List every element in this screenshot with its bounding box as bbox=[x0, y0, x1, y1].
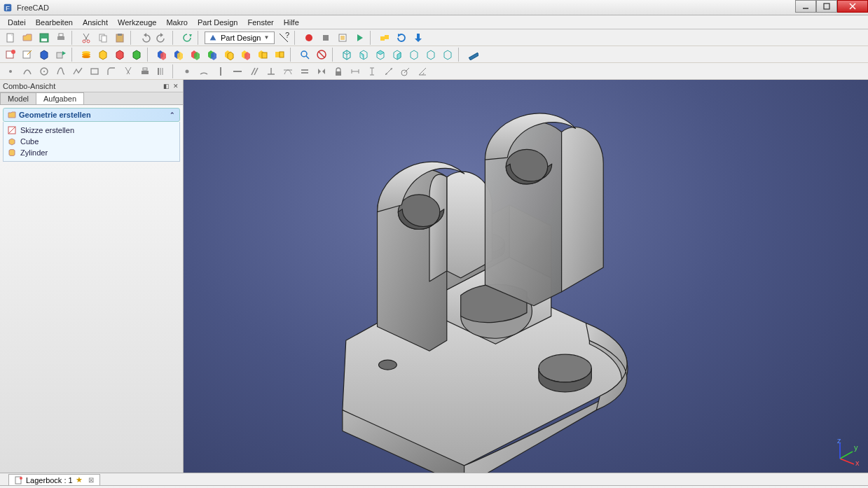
dim-vert-icon[interactable] bbox=[364, 64, 380, 79]
macro-play-icon[interactable] bbox=[352, 30, 367, 46]
dim-angle-icon[interactable] bbox=[415, 64, 430, 79]
print-icon[interactable] bbox=[53, 30, 69, 46]
bool8-icon[interactable] bbox=[272, 47, 287, 62]
con-parallel-icon[interactable] bbox=[247, 64, 262, 79]
sk-trim-icon[interactable] bbox=[120, 64, 136, 79]
sk-extend-icon[interactable] bbox=[154, 64, 170, 79]
close-tab-icon[interactable]: ⊠ bbox=[88, 476, 94, 484]
sk-circle-icon[interactable] bbox=[36, 64, 52, 79]
sk-line-icon[interactable] bbox=[20, 64, 35, 79]
menu-partdesign[interactable]: Part Design bbox=[193, 17, 242, 28]
dim-unknown1-icon[interactable] bbox=[377, 30, 392, 46]
refresh-icon[interactable] bbox=[179, 30, 195, 46]
part-export-icon[interactable] bbox=[53, 47, 69, 62]
svg-line-51 bbox=[319, 52, 324, 57]
chevron-down-icon: ▼ bbox=[263, 34, 269, 41]
menu-werkzeuge[interactable]: Werkzeuge bbox=[113, 17, 161, 28]
con-point-icon[interactable] bbox=[179, 64, 195, 79]
bool2-icon[interactable] bbox=[171, 47, 186, 62]
maximize-button[interactable] bbox=[816, 0, 837, 13]
part-box-blue-icon[interactable] bbox=[36, 47, 52, 62]
measure-icon[interactable] bbox=[465, 47, 481, 62]
dim-radius-icon[interactable] bbox=[398, 64, 413, 79]
menu-hilfe[interactable]: Hilfe bbox=[279, 17, 304, 28]
view-front-icon[interactable] bbox=[356, 47, 371, 62]
sk-fillet-icon[interactable] bbox=[104, 64, 119, 79]
view-left-icon[interactable] bbox=[440, 47, 455, 62]
document-tab-label: Lagerbock : 1 bbox=[26, 476, 73, 484]
refresh-blue-icon[interactable] bbox=[394, 30, 409, 46]
con-vertical-icon[interactable] bbox=[213, 64, 228, 79]
bool6-icon[interactable] bbox=[238, 47, 254, 62]
3d-viewport[interactable]: x y z bbox=[184, 80, 868, 473]
sk-offset-icon[interactable] bbox=[137, 64, 153, 79]
tab-aufgaben[interactable]: Aufgaben bbox=[36, 92, 84, 104]
panel-close-icon[interactable]: ✕ bbox=[172, 82, 180, 90]
svg-line-49 bbox=[306, 56, 309, 59]
open-icon[interactable] bbox=[20, 30, 35, 46]
view-bottom-icon[interactable] bbox=[423, 47, 439, 62]
prim-box-g-icon[interactable] bbox=[129, 47, 144, 62]
con-horizontal-icon[interactable] bbox=[230, 64, 245, 79]
undo-icon[interactable] bbox=[137, 30, 153, 46]
con-perp-icon[interactable] bbox=[263, 64, 279, 79]
menu-makro[interactable]: Makro bbox=[161, 17, 193, 28]
menu-datei[interactable]: Datei bbox=[3, 17, 31, 28]
sk-rect-icon[interactable] bbox=[87, 64, 102, 79]
task-header-geometrie[interactable]: Geometrie erstellen ⌃ bbox=[3, 108, 180, 122]
document-tab[interactable]: Lagerbock : 1 ★ ⊠ bbox=[8, 474, 100, 485]
workbench-selector[interactable]: Part Design ▼ bbox=[205, 32, 275, 44]
prim-box-r-icon[interactable] bbox=[112, 47, 128, 62]
minimize-button[interactable] bbox=[795, 0, 816, 13]
macro-stop-icon[interactable] bbox=[318, 30, 333, 46]
bool5-icon[interactable] bbox=[221, 47, 237, 62]
svg-rect-35 bbox=[417, 34, 420, 39]
sk-point-icon[interactable] bbox=[3, 64, 18, 79]
view-right-icon[interactable] bbox=[390, 47, 405, 62]
con-tangent-icon[interactable] bbox=[280, 64, 296, 79]
download-icon[interactable] bbox=[411, 30, 426, 46]
no-entry-icon[interactable] bbox=[314, 47, 329, 62]
cylinder-icon bbox=[8, 148, 16, 157]
copy-icon[interactable] bbox=[95, 30, 111, 46]
sk-polyline-icon[interactable] bbox=[70, 64, 85, 79]
paste-icon[interactable] bbox=[112, 30, 128, 46]
menu-ansicht[interactable]: Ansicht bbox=[78, 17, 113, 28]
task-item-zylinder[interactable]: Zylinder bbox=[8, 147, 175, 158]
app-icon: F bbox=[3, 3, 13, 13]
view-top-icon[interactable] bbox=[373, 47, 388, 62]
panel-float-icon[interactable]: ◧ bbox=[162, 82, 170, 90]
task-item-cube[interactable]: Cube bbox=[8, 136, 175, 147]
macro-list-icon[interactable] bbox=[335, 30, 350, 46]
tab-model[interactable]: Model bbox=[0, 92, 36, 104]
close-button[interactable] bbox=[837, 0, 868, 13]
dim-diag-icon[interactable] bbox=[381, 64, 397, 79]
whatsthis-icon[interactable]: ? bbox=[276, 30, 291, 46]
part-edit-icon[interactable] bbox=[20, 47, 35, 62]
menu-bearbeiten[interactable]: Bearbeiten bbox=[31, 17, 78, 28]
con-symmetric-icon[interactable] bbox=[314, 64, 329, 79]
task-item-skizze[interactable]: Skizze erstellen bbox=[8, 125, 175, 136]
redo-icon[interactable] bbox=[154, 30, 170, 46]
prim-box-y-icon[interactable] bbox=[95, 47, 111, 62]
con-equal-icon[interactable] bbox=[297, 64, 312, 79]
bool4-icon[interactable] bbox=[205, 47, 220, 62]
view-iso-icon[interactable] bbox=[339, 47, 354, 62]
view-back-icon[interactable] bbox=[406, 47, 422, 62]
sk-spline-icon[interactable] bbox=[53, 64, 69, 79]
zoom-fit-icon[interactable] bbox=[297, 47, 312, 62]
new-icon[interactable] bbox=[3, 30, 18, 46]
part-create-icon[interactable] bbox=[3, 47, 18, 62]
con-lock-icon[interactable] bbox=[331, 64, 346, 79]
save-icon[interactable] bbox=[36, 30, 52, 46]
bool3-icon[interactable] bbox=[188, 47, 203, 62]
bool7-icon[interactable] bbox=[255, 47, 270, 62]
prim-stack-icon[interactable] bbox=[78, 47, 94, 62]
menu-fenster[interactable]: Fenster bbox=[242, 17, 278, 28]
svg-line-97 bbox=[840, 452, 853, 459]
con-arc-icon[interactable] bbox=[196, 64, 212, 79]
bool1-icon[interactable] bbox=[154, 47, 170, 62]
cut-icon[interactable] bbox=[78, 30, 94, 46]
macro-record-icon[interactable] bbox=[301, 30, 317, 46]
dim-dist-icon[interactable] bbox=[347, 64, 363, 79]
